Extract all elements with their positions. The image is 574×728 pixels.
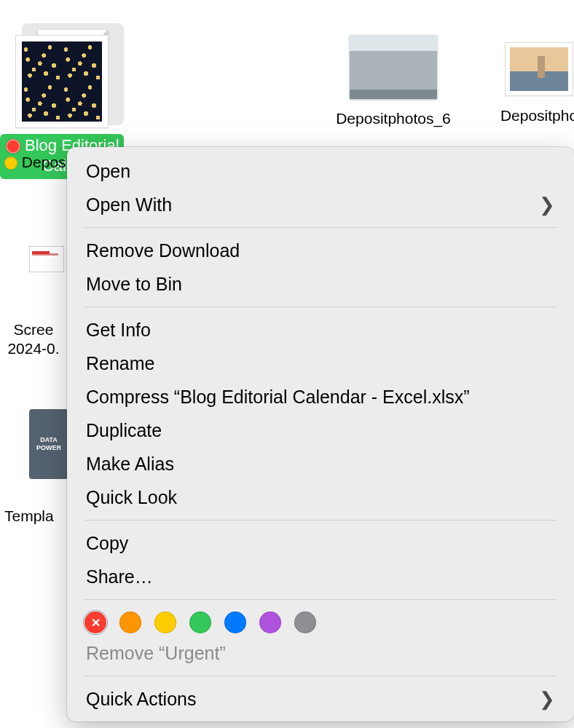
tag-color-orange[interactable] (119, 612, 141, 633)
file-item[interactable]: Depositphotos_6 (321, 35, 466, 128)
tag-color-row (67, 606, 574, 636)
tag-color-green[interactable] (189, 612, 211, 633)
menu-item-duplicate[interactable]: Duplicate (67, 414, 574, 447)
menu-item-quick-actions[interactable]: Quick Actions ❯ (67, 682, 574, 716)
file-label: Depositphotos_6 (321, 109, 466, 128)
menu-item-rename[interactable]: Rename (67, 347, 574, 380)
file-thumbnail (29, 246, 64, 272)
file-label: Templa (4, 507, 54, 526)
tag-color-blue[interactable] (224, 612, 246, 633)
menu-separator (84, 306, 557, 307)
file-thumbnail (15, 35, 109, 128)
menu-item-share[interactable]: Share… (67, 560, 574, 593)
menu-item-remove-tag[interactable]: Remove “Urgent” (67, 636, 574, 670)
tag-dot-yellow-icon (4, 157, 17, 170)
context-menu: Open Open With ❯ Remove Download Move to… (67, 147, 574, 721)
tag-color-gray[interactable] (294, 612, 316, 633)
menu-separator (84, 599, 557, 600)
tag-color-purple[interactable] (259, 612, 281, 633)
file-label: Scree 2024-0. (0, 320, 67, 358)
file-thumbnail (350, 35, 437, 99)
file-label: Depositpho (484, 106, 574, 125)
file-item[interactable] (29, 246, 64, 277)
menu-item-compress[interactable]: Compress “Blog Editorial Calendar - Exce… (67, 380, 574, 414)
menu-item-open-with[interactable]: Open With ❯ (67, 188, 574, 221)
menu-separator (84, 520, 557, 521)
chevron-right-icon: ❯ (539, 192, 555, 217)
file-item[interactable]: Depositpho (484, 42, 574, 125)
menu-item-copy[interactable]: Copy (67, 526, 574, 560)
menu-item-get-info[interactable]: Get Info (67, 313, 574, 347)
chevron-right-icon: ❯ (539, 687, 555, 711)
tag-color-red[interactable] (84, 612, 106, 633)
menu-item-move-to-bin[interactable]: Move to Bin (67, 267, 574, 301)
menu-separator (84, 227, 557, 228)
file-item[interactable]: DATA POWER (29, 409, 68, 479)
file-thumbnail: DATA POWER (29, 409, 68, 479)
tag-color-yellow[interactable] (154, 612, 176, 633)
menu-item-remove-download[interactable]: Remove Download (67, 234, 574, 267)
file-thumbnail (505, 42, 573, 96)
menu-item-open[interactable]: Open (67, 154, 574, 188)
menu-separator (84, 676, 557, 676)
menu-item-quick-look[interactable]: Quick Look (67, 480, 574, 514)
menu-item-make-alias[interactable]: Make Alias (67, 447, 574, 480)
